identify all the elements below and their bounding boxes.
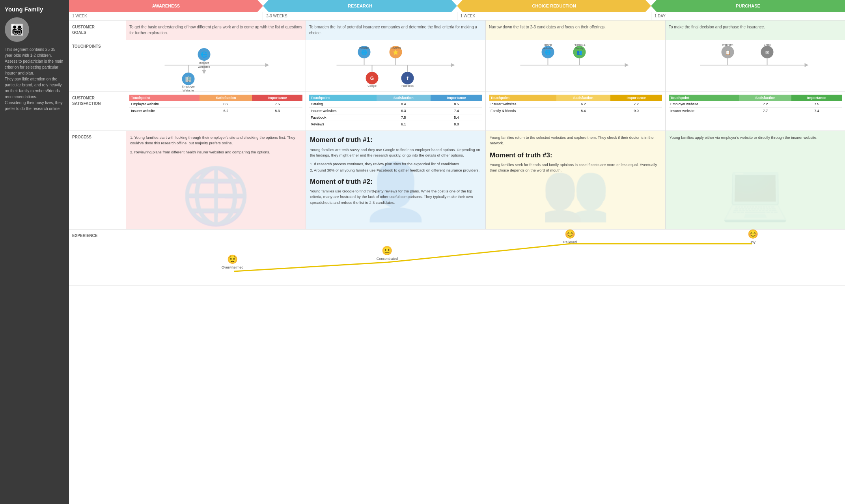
exp-point-joy: 😊 Joy xyxy=(748,229,758,244)
proc-bg-icon-purchase: 💻 xyxy=(721,150,790,229)
phase-awareness: AWARENESS xyxy=(69,0,263,12)
experience-row: EXPERIENCE 😟 Overwhelmed xyxy=(69,230,845,286)
svg-text:🌐: 🌐 xyxy=(361,49,367,55)
phase-choice: CHOICE REDUCTION xyxy=(457,0,651,12)
proc-research: Moment of truth #1: Young families are t… xyxy=(306,131,486,229)
svg-text:⭐: ⭐ xyxy=(393,49,399,55)
sat-a-r1c1: Employer website xyxy=(129,101,200,108)
svg-text:🌐: 🌐 xyxy=(201,51,208,58)
goal-awareness: To get the basic understanding of how di… xyxy=(126,21,306,40)
touchpoints-four: 🌐 Insurer websites 🏢 Employer Website xyxy=(126,40,845,91)
phases-bar: AWARENESS RESEARCH CHOICE REDUCTION PURC… xyxy=(69,0,845,12)
satisfaction-row: CUSTOMERSATISFACTION Touchpoint Satisfac… xyxy=(69,91,845,131)
time-purchase: 1 DAY xyxy=(651,12,845,20)
svg-text:Website: Website xyxy=(183,89,194,92)
sat-a-h1: Touchpoint xyxy=(129,95,200,101)
sat-awareness: Touchpoint Satisfaction Importance Emplo… xyxy=(126,91,306,131)
exp-label-concentrated: Concentrated xyxy=(377,257,398,261)
label-touchpoints: TOUCHPOINTS xyxy=(69,40,126,91)
sat-a-h3: Importance xyxy=(252,95,302,101)
proc-bg-icon-awareness: 🌐 xyxy=(181,154,250,229)
timeline-row: 1 WEEK 2-3 WEEKS 1 WEEK 1 DAY xyxy=(69,12,845,21)
sidebar-description: This segment contains 25-35 year-olds wi… xyxy=(5,47,64,112)
goal-choice: Narrow down the list to 2-3 candidates a… xyxy=(486,21,666,40)
sat-a-r1c3: 7.5 xyxy=(252,101,302,108)
svg-marker-33 xyxy=(625,63,629,67)
label-experience: EXPERIENCE xyxy=(69,230,126,286)
touchpoints-row: TOUCHPOINTS xyxy=(69,40,845,91)
goals-four: To get the basic understanding of how di… xyxy=(126,21,845,40)
svg-marker-1 xyxy=(265,63,269,67)
process-row: PROCESS 1. Young families start with loo… xyxy=(69,131,845,230)
svg-text:👥: 👥 xyxy=(576,49,582,55)
sat-a-r1c2: 8.2 xyxy=(200,101,252,108)
svg-text:Friends &: Friends & xyxy=(574,43,586,46)
svg-marker-15 xyxy=(451,63,455,67)
goals-row: CUSTOMERGOALS To get the basic understan… xyxy=(69,21,845,40)
tp-awareness: 🌐 Insurer websites 🏢 Employer Website xyxy=(126,40,306,91)
proc-purchase: Young families apply either via employer… xyxy=(666,131,845,229)
sat-a-r2c3: 8.3 xyxy=(252,108,302,114)
svg-text:Website: Website xyxy=(359,47,369,49)
process-four: 1. Young families start with looking thr… xyxy=(126,131,845,229)
sat-purchase: Touchpoint Satisfaction Importance Emplo… xyxy=(666,91,845,131)
svg-text:Webform: Webform xyxy=(722,43,733,46)
time-choice: 1 WEEK xyxy=(457,12,651,20)
exp-point-overwhelmed: 😟 Overwhelmed xyxy=(222,254,244,269)
experience-chart: 😟 Overwhelmed 😐 Concentrated 😊 Relieved xyxy=(126,230,845,286)
avatar: 👨‍👩‍👧‍👦 xyxy=(5,17,29,42)
sat-research: Touchpoint Satisfaction Importance Catal… xyxy=(306,91,486,131)
svg-text:G: G xyxy=(370,76,374,81)
goal-research: To broaden the list of potential insuran… xyxy=(306,21,486,40)
svg-text:Family: Family xyxy=(575,47,584,50)
svg-text:Insurer: Insurer xyxy=(199,61,209,65)
svg-text:Reviews: Reviews xyxy=(390,47,401,49)
tp-choice: 🌐 Insurer websites 👥 Friends & Family xyxy=(486,40,666,91)
phase-purchase: PURCHASE xyxy=(651,0,845,12)
goal-purchase: To make the final decision and purchase … xyxy=(666,21,845,40)
svg-text:Email: Email xyxy=(764,43,771,46)
sat-choice: Touchpoint Satisfaction Importance Insur… xyxy=(486,91,666,131)
exp-label-relieved: Relieved xyxy=(563,240,577,244)
exp-label-joy: Joy xyxy=(748,240,758,244)
exp-label-overwhelmed: Overwhelmed xyxy=(222,265,244,269)
tp-research: 🌐 Website ⭐ Reviews G Google f Facebook xyxy=(306,40,486,91)
sidebar-title: Young Family xyxy=(5,6,64,13)
main-content: AWARENESS RESEARCH CHOICE REDUCTION PURC… xyxy=(69,0,845,504)
sat-a-h2: Satisfaction xyxy=(200,95,252,101)
proc-awareness: 1. Young families start with looking thr… xyxy=(126,131,306,229)
svg-text:Google: Google xyxy=(367,84,377,88)
label-process: PROCESS xyxy=(69,131,126,229)
time-research: 2-3 WEEKS xyxy=(263,12,457,20)
proc-choice: Young families return to the selected we… xyxy=(486,131,666,229)
svg-text:🏢: 🏢 xyxy=(185,76,192,82)
sat-a-r2c2: 6.2 xyxy=(200,108,252,114)
sat-a-r2c1: Insurer website xyxy=(129,108,200,114)
exp-point-concentrated: 😐 Concentrated xyxy=(377,246,398,261)
satisfaction-four: Touchpoint Satisfaction Importance Emplo… xyxy=(126,91,845,131)
svg-text:Facebook: Facebook xyxy=(401,84,414,87)
time-awareness: 1 WEEK xyxy=(69,12,263,20)
svg-marker-45 xyxy=(805,63,809,67)
sidebar: Young Family 👨‍👩‍👧‍👦 This segment contai… xyxy=(0,0,69,504)
svg-text:Insurer: Insurer xyxy=(544,43,552,46)
svg-text:✉: ✉ xyxy=(765,50,769,55)
svg-text:Employer: Employer xyxy=(182,85,195,88)
svg-text:websites: websites xyxy=(198,65,210,69)
phase-research: RESEARCH xyxy=(263,0,457,12)
svg-text:📋: 📋 xyxy=(725,50,731,55)
tp-purchase: 📋 Webform ✉ Email xyxy=(666,40,845,91)
exp-point-relieved: 😊 Relieved xyxy=(563,229,577,244)
label-satisfaction: CUSTOMERSATISFACTION xyxy=(69,91,126,131)
svg-text:websites: websites xyxy=(542,47,554,50)
svg-marker-3 xyxy=(202,70,206,74)
svg-text:🌐: 🌐 xyxy=(545,49,551,55)
label-goals: CUSTOMERGOALS xyxy=(69,21,126,40)
